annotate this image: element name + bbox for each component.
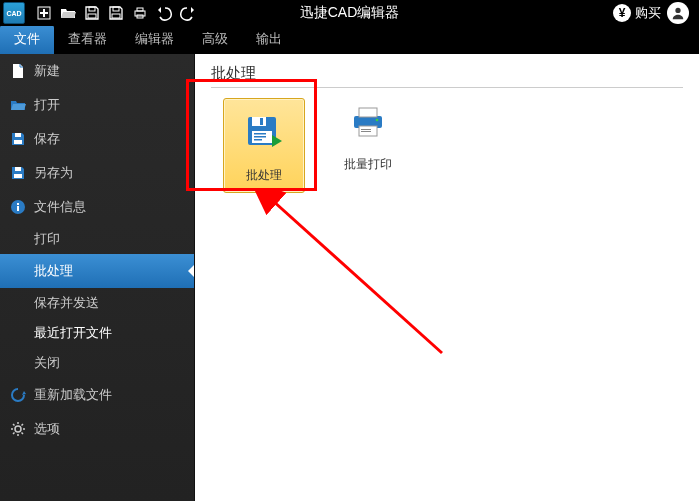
quick-access-toolbar (32, 1, 200, 25)
svg-point-18 (15, 426, 21, 432)
svg-rect-29 (361, 129, 371, 130)
tab-advanced[interactable]: 高级 (188, 25, 242, 54)
document-icon (10, 63, 26, 79)
sidebar-item-open[interactable]: 打开 (0, 88, 194, 122)
tab-viewer[interactable]: 查看器 (54, 25, 121, 54)
svg-rect-25 (254, 139, 262, 141)
user-icon[interactable] (667, 2, 689, 24)
svg-rect-16 (17, 206, 19, 211)
info-icon (10, 199, 26, 215)
reload-icon (10, 387, 26, 403)
sidebar-item-fileinfo[interactable]: 文件信息 (0, 190, 194, 224)
svg-rect-13 (15, 167, 21, 171)
svg-rect-4 (88, 14, 96, 18)
buy-button[interactable]: ¥ 购买 (613, 4, 661, 22)
app-title: 迅捷CAD编辑器 (300, 4, 400, 22)
sidebar-item-close[interactable]: 关闭 (0, 348, 194, 378)
gear-icon (10, 421, 26, 437)
group-title: 批处理 (195, 54, 699, 85)
tile-batch-print[interactable]: 批量打印 (329, 98, 407, 173)
tile-label: 批处理 (246, 167, 282, 184)
sidebar-item-save-and-send[interactable]: 保存并发送 (0, 288, 194, 318)
open-file-icon[interactable] (56, 1, 80, 25)
tile-row: 批处理 批量打印 (195, 98, 699, 193)
new-file-icon[interactable] (32, 1, 56, 25)
svg-rect-30 (361, 131, 371, 132)
app-logo-icon: CAD (3, 2, 25, 24)
sidebar-item-save[interactable]: 保存 (0, 122, 194, 156)
sidebar-item-new[interactable]: 新建 (0, 54, 194, 88)
svg-rect-20 (252, 117, 266, 126)
ribbon-tabbar: 文件 查看器 编辑器 高级 输出 (0, 26, 699, 54)
sidebar-item-saveas[interactable]: 另存为 (0, 156, 194, 190)
tile-label: 批量打印 (344, 156, 392, 173)
svg-rect-6 (112, 14, 120, 18)
sidebar-item-reload[interactable]: 重新加载文件 (0, 378, 194, 412)
sidebar-item-recent[interactable]: 最近打开文件 (0, 318, 194, 348)
sidebar-item-options[interactable]: 选项 (0, 412, 194, 446)
sidebar-item-batch[interactable]: 批处理 (0, 254, 194, 288)
save-icon[interactable] (80, 1, 104, 25)
batch-print-icon (340, 98, 396, 146)
svg-rect-27 (359, 108, 377, 117)
sidebar-item-print[interactable]: 打印 (0, 224, 194, 254)
batch-save-icon (236, 109, 292, 157)
svg-rect-17 (17, 203, 19, 205)
redo-icon[interactable] (176, 1, 200, 25)
svg-rect-8 (137, 8, 143, 11)
tab-file[interactable]: 文件 (0, 25, 54, 54)
save-icon (10, 131, 26, 147)
undo-icon[interactable] (152, 1, 176, 25)
titlebar: CAD 迅捷CAD编辑器 ¥ 购买 (0, 0, 699, 26)
svg-rect-14 (14, 174, 22, 178)
folder-open-icon (10, 97, 26, 113)
main-pane: 批处理 批处理 (195, 54, 699, 501)
separator (211, 87, 683, 88)
file-sidebar: 新建 打开 保存 另存为 文件信息 打印 批处理 保存并发送 最近打开文件 (0, 54, 195, 501)
tab-output[interactable]: 输出 (242, 25, 296, 54)
svg-point-10 (675, 8, 680, 13)
svg-point-31 (376, 119, 379, 122)
svg-rect-11 (15, 133, 21, 137)
tab-editor[interactable]: 编辑器 (121, 25, 188, 54)
saveas-icon (10, 165, 26, 181)
saveas-icon[interactable] (104, 1, 128, 25)
svg-rect-21 (260, 118, 263, 125)
print-icon[interactable] (128, 1, 152, 25)
svg-rect-12 (14, 140, 22, 144)
svg-rect-23 (254, 133, 266, 135)
tile-batch-process[interactable]: 批处理 (223, 98, 305, 193)
svg-rect-24 (254, 136, 266, 138)
buy-label: 购买 (635, 4, 661, 22)
currency-icon: ¥ (613, 4, 631, 22)
